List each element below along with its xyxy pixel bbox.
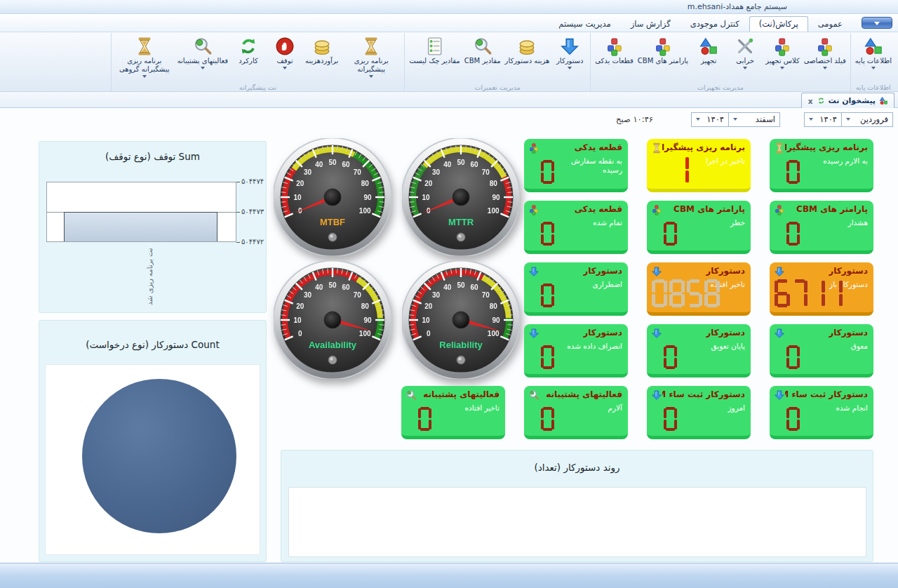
tile-title: قطعه یدکی (575, 142, 622, 152)
kpi-tile-11[interactable]: دستورکارانصراف داده شده (524, 324, 628, 377)
tile-value (541, 283, 554, 307)
tile-title: قطعه یدکی (575, 204, 622, 214)
arrow-down-icon (651, 389, 662, 401)
close-tab-icon[interactable]: x (807, 97, 814, 105)
ribbon-button-1-5[interactable]: قطعات یدکی (593, 34, 636, 65)
kpi-tile-1[interactable]: برنامه ریزی پیشگیرانهتاخیر در اجرا (647, 139, 751, 192)
start-month-select[interactable]: فروردین (841, 112, 893, 127)
ribbon-button-label: مقادیر CBM (464, 57, 501, 65)
chevron-down-icon (743, 67, 747, 69)
tile-value (664, 222, 677, 246)
ribbon-tab-4[interactable]: مدیریت سیستم (549, 16, 620, 32)
tile-subtitle: تاخیر افتاده (431, 403, 500, 413)
tile-value (541, 345, 554, 369)
kpi-tile-7[interactable]: دستورکارتاخیر افتاده (647, 262, 751, 316)
svg-text:80: 80 (361, 302, 370, 310)
svg-text:Availability: Availability (309, 340, 357, 350)
end-month-select[interactable]: اسفند (728, 112, 780, 127)
tile-title: دستورکار (829, 266, 868, 276)
arrow-down-icon (774, 328, 785, 339)
ribbon-button-label: کلاس تجهیز (765, 57, 800, 65)
svg-text:40: 40 (315, 283, 323, 291)
ribbon-button-3-0[interactable]: برنامه ریزی پیشگیرانه (340, 34, 402, 78)
ribbon-button-label: مقادیر چک لیست (409, 57, 460, 65)
ribbon-tab-2[interactable]: کنترل موجودی (681, 16, 749, 32)
ribbon-button-2-2[interactable]: مقادیر CBM (462, 34, 503, 65)
tile-value (786, 345, 800, 369)
ribbon-button-2-0[interactable]: دستورکار (551, 34, 588, 69)
ribbon-tab-1[interactable]: پرکاش(نت) (749, 16, 808, 32)
ribbon-button-1-1[interactable]: کلاس تجهیز (763, 34, 802, 69)
filter-row: فروردین ۱۴۰۴ اسفند ۱۴۰۴ ۱۰:۴۶ صبح (616, 112, 893, 127)
kpi-tile-10[interactable]: دستورکارپایان تعویق (647, 324, 751, 377)
dashboard-tab-label: پیشخوان نت (829, 96, 876, 105)
kpi-tile-5[interactable]: قطعه یدکیتمام شده (524, 201, 628, 254)
ribbon-button-3-5[interactable]: برنامه ریزی پیشگیرانه گروهی (114, 34, 175, 78)
kpi-tile-9[interactable]: دستورکارمعوق (770, 324, 873, 377)
ribbon-button-1-2[interactable]: خرابی (727, 34, 763, 69)
svg-text:20: 20 (424, 180, 433, 187)
tile-value (674, 156, 689, 184)
tile-subtitle: خطر (676, 218, 745, 227)
start-year-select[interactable]: ۱۴۰۴ (804, 112, 842, 127)
arrow-down-icon (651, 266, 662, 277)
ribbon-button-label: برنامه ریزی پیشگیرانه گروهی (116, 57, 173, 74)
ribbon-tab-3[interactable]: گزارش ساز (621, 16, 681, 32)
refresh-icon[interactable] (817, 97, 825, 105)
ribbon-button-label: پارامتر های CBM (638, 57, 688, 65)
chevron-down-icon (142, 75, 147, 78)
svg-text:40: 40 (443, 161, 452, 168)
svg-text:10: 10 (422, 316, 430, 324)
end-year-select[interactable]: ۱۴۰۴ (691, 112, 729, 127)
ribbon-button-1-3[interactable]: تجهیز (690, 34, 727, 65)
tile-subtitle: معوق (799, 342, 868, 351)
arrow-down-icon (774, 389, 785, 401)
kpi-tile-14[interactable]: فعالیتهای پشتیبانهآلارم (524, 386, 628, 439)
tile-value (786, 407, 800, 431)
pie-chart-plot (45, 364, 260, 555)
ribbon-button-3-4[interactable]: فعالیتهای پشتیبانه (175, 34, 230, 69)
tile-subtitle: تمام شده (554, 218, 622, 227)
tab-maintenance-dashboard[interactable]: پیشخوان نت x (801, 93, 894, 108)
ribbon-button-1-0[interactable]: فیلد اختصاصی (802, 34, 848, 69)
recycle-icon (239, 36, 258, 57)
arrow-down-icon (560, 36, 579, 57)
ribbon-button-0-0[interactable]: اطلاعات پایه (853, 34, 894, 69)
kpi-tile-8[interactable]: دستورکاراضطراری (524, 262, 628, 316)
ribbon-button-3-3[interactable]: کارکرد (230, 34, 267, 65)
tile-value (775, 279, 843, 307)
ribbon-button-2-3[interactable]: مقادیر چک لیست (407, 34, 462, 65)
hourglass-icon (135, 36, 154, 57)
ribbon-button-2-1[interactable]: هزینه دستورکار (503, 34, 552, 65)
tile-title: دستورکار (829, 328, 868, 338)
chart-title: روند دستورکار (تعداد) (281, 450, 873, 473)
ribbon-button-3-2[interactable]: توقف (267, 34, 303, 69)
window-title: سیستم جامع همداد-m.ehsani (688, 2, 787, 11)
kpi-tile-3[interactable]: پارامتر های CBMهشدار (770, 201, 873, 254)
ribbon: اطلاعات پایهاطلاعات پایهفیلد اختصاصیکلاس… (0, 32, 898, 92)
svg-text:MTBF: MTBF (320, 217, 345, 227)
ribbon-group-2: دستورکارهزینه دستورکارمقادیر CBMمقادیر چ… (404, 33, 590, 91)
cubes-icon (528, 142, 540, 154)
bar-series-0 (64, 212, 217, 241)
ribbon-group-caption: مدیریت تجهیزات (591, 83, 850, 91)
kpi-tile-12[interactable]: دستورکار ثبت ساء UMانجام شده (770, 386, 873, 439)
kpi-tile-4[interactable]: پارامتر های CBMخطر (647, 201, 751, 254)
kpi-tile-2[interactable]: قطعه یدکیبه نقطه سفارش رسیده (524, 139, 628, 192)
app-window: سیستم جامع همداد-m.ehsani عمومیپرکاش(نت)… (0, 0, 898, 588)
svg-text:0: 0 (427, 330, 431, 338)
ribbon-button-3-1[interactable]: برآوردهزینه (303, 34, 340, 65)
magnifier-icon (406, 389, 417, 401)
svg-text:50: 50 (457, 159, 465, 166)
ribbon-tab-0[interactable]: عمومی (808, 16, 852, 32)
kpi-tile-13[interactable]: دستورکار ثبت ساء UMامروز (647, 386, 751, 439)
kpi-tile-6[interactable]: دستورکاردستورکار باز (770, 262, 873, 316)
kpi-tile-15[interactable]: فعالیتهای پشتیبانهتاخیر افتاده (401, 386, 505, 439)
svg-text:30: 30 (304, 291, 312, 299)
chevron-down-icon (871, 67, 876, 69)
tile-subtitle: هشدار (799, 218, 868, 227)
ribbon-button-1-4[interactable]: پارامتر های CBM (636, 34, 690, 65)
application-menu-button[interactable] (862, 17, 892, 29)
kpi-tile-0[interactable]: برنامه ریزی پیشگیرانهبه الارم رسیده (770, 139, 873, 192)
svg-text:100: 100 (488, 207, 500, 215)
